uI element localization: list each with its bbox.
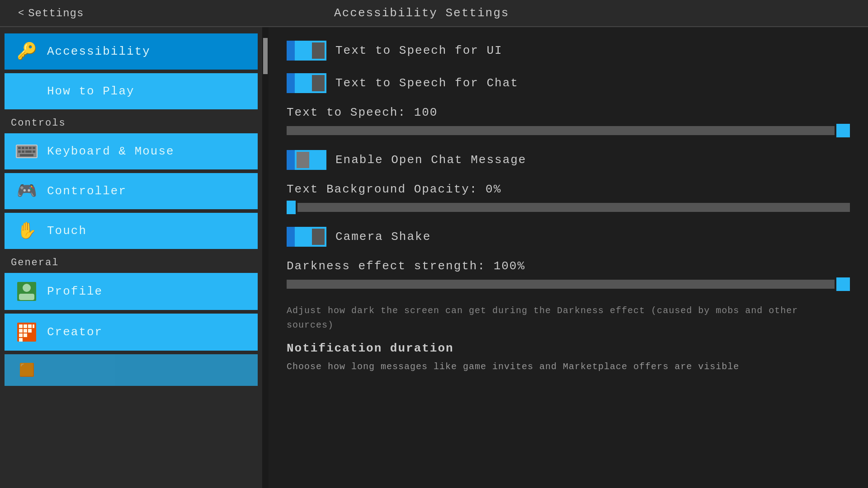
svg-rect-17 bbox=[28, 324, 32, 328]
sidebar-item-accessibility-label: Accessibility bbox=[47, 45, 151, 58]
sidebar-item-keyboard-mouse[interactable]: Keyboard & Mouse bbox=[5, 133, 258, 169]
gamepad-icon: 🎮 bbox=[15, 181, 38, 201]
creator-icon bbox=[15, 322, 38, 343]
darkness-slider-handle[interactable] bbox=[836, 277, 850, 291]
sidebar-item-extra[interactable]: 🟧 bbox=[5, 354, 258, 386]
opacity-slider-label: Text Background Opacity: 0% bbox=[287, 183, 850, 196]
setting-tts-ui: Text to Speech for UI bbox=[287, 41, 850, 61]
svg-rect-2 bbox=[22, 147, 24, 149]
svg-rect-13 bbox=[19, 294, 34, 300]
darkness-slider-row: Darkness effect strength: 100% bbox=[287, 259, 850, 291]
sidebar-item-touch[interactable]: ✋ Touch bbox=[5, 213, 258, 249]
toggle-open-chat[interactable] bbox=[287, 150, 326, 170]
sidebar-item-profile[interactable]: Profile bbox=[5, 273, 258, 310]
extra-icon: 🟧 bbox=[15, 362, 38, 378]
toggle-cam-body bbox=[295, 227, 326, 247]
darkness-slider-label: Darkness effect strength: 100% bbox=[287, 259, 850, 273]
setting-tts-chat: Text to Speech for Chat bbox=[287, 73, 850, 93]
svg-rect-3 bbox=[25, 147, 28, 149]
toggle-tts-chat[interactable] bbox=[287, 73, 326, 93]
sidebar-item-how-to-play-label: How to Play bbox=[47, 84, 135, 98]
svg-rect-20 bbox=[24, 329, 27, 333]
tts-slider-row: Text to Speech: 100 bbox=[287, 106, 850, 137]
toggle-body bbox=[295, 41, 326, 61]
hand-icon: ✋ bbox=[15, 221, 38, 241]
toggle-open-chat-knob bbox=[297, 152, 309, 168]
sidebar-item-touch-label: Touch bbox=[47, 224, 87, 238]
page-title: Accessibility Settings bbox=[334, 6, 509, 20]
toggle-left-bar bbox=[287, 41, 295, 61]
opacity-slider-row: Text Background Opacity: 0% bbox=[287, 183, 850, 214]
svg-rect-15 bbox=[19, 324, 23, 328]
sidebar-item-controller-label: Controller bbox=[47, 184, 127, 198]
content-area: Text to Speech for UI Text to Speech for… bbox=[269, 27, 868, 488]
main-content: 🔑 Accessibility ? How to Play Controls bbox=[0, 27, 868, 488]
profile-icon bbox=[15, 281, 38, 302]
open-chat-label: Enable Open Chat Message bbox=[335, 153, 526, 167]
toggle-body-2 bbox=[295, 73, 326, 93]
sidebar-item-accessibility[interactable]: 🔑 Accessibility bbox=[5, 33, 258, 70]
camera-shake-label: Camera Shake bbox=[335, 230, 431, 244]
toggle-cam-left bbox=[287, 227, 295, 247]
toggle-tts-ui[interactable] bbox=[287, 41, 326, 61]
controls-section-header: Controls bbox=[0, 111, 262, 131]
tts-chat-label: Text to Speech for Chat bbox=[335, 76, 519, 90]
sidebar: 🔑 Accessibility ? How to Play Controls bbox=[0, 27, 262, 488]
svg-rect-5 bbox=[33, 147, 35, 149]
toggle-left-bar-2 bbox=[287, 73, 295, 93]
svg-rect-4 bbox=[29, 147, 32, 149]
sidebar-item-how-to-play[interactable]: ? How to Play bbox=[5, 73, 258, 109]
sidebar-item-creator[interactable]: Creator bbox=[5, 314, 258, 351]
svg-rect-1 bbox=[18, 147, 21, 149]
sidebar-item-profile-label: Profile bbox=[47, 285, 103, 298]
general-section-header: General bbox=[0, 251, 262, 271]
svg-rect-19 bbox=[19, 329, 23, 333]
back-label: Settings bbox=[28, 7, 84, 19]
svg-rect-21 bbox=[28, 329, 32, 333]
svg-rect-8 bbox=[25, 150, 32, 153]
toggle-open-chat-left bbox=[287, 150, 295, 170]
svg-rect-22 bbox=[19, 333, 23, 337]
tts-slider-track bbox=[287, 126, 835, 135]
darkness-description: Adjust how dark the screen can get durin… bbox=[287, 304, 850, 333]
setting-camera-shake: Camera Shake bbox=[287, 227, 850, 247]
tts-ui-label: Text to Speech for UI bbox=[335, 44, 503, 57]
notification-duration-title: Notification duration bbox=[287, 342, 850, 355]
tts-slider-handle[interactable] bbox=[836, 124, 850, 137]
toggle-open-chat-body bbox=[295, 150, 326, 170]
toggle-camera-shake[interactable] bbox=[287, 227, 326, 247]
sidebar-item-keyboard-mouse-label: Keyboard & Mouse bbox=[47, 145, 175, 158]
tts-slider-label: Text to Speech: 100 bbox=[287, 106, 850, 119]
opacity-slider[interactable] bbox=[287, 201, 850, 214]
back-chevron-icon: < bbox=[18, 8, 24, 19]
scroll-thumb[interactable] bbox=[263, 38, 268, 74]
sidebar-item-controller[interactable]: 🎮 Controller bbox=[5, 173, 258, 209]
sidebar-item-creator-label: Creator bbox=[47, 325, 103, 339]
keyboard-icon bbox=[15, 145, 38, 158]
svg-rect-24 bbox=[19, 338, 23, 342]
toggle-knob-2 bbox=[312, 75, 325, 91]
opacity-slider-handle-left[interactable] bbox=[287, 201, 296, 214]
svg-rect-6 bbox=[18, 150, 21, 153]
svg-rect-18 bbox=[33, 324, 34, 328]
opacity-slider-track bbox=[297, 203, 850, 212]
notification-duration-description: Choose how long messages like game invit… bbox=[287, 360, 850, 374]
setting-open-chat: Enable Open Chat Message bbox=[287, 150, 850, 170]
tts-slider[interactable] bbox=[287, 124, 850, 137]
darkness-slider[interactable] bbox=[287, 277, 850, 291]
svg-rect-16 bbox=[24, 324, 27, 328]
toggle-knob bbox=[312, 42, 325, 59]
back-button[interactable]: < Settings bbox=[18, 7, 84, 19]
svg-rect-12 bbox=[23, 284, 31, 292]
svg-rect-23 bbox=[24, 333, 27, 337]
key-icon: 🔑 bbox=[15, 42, 38, 61]
svg-rect-9 bbox=[33, 150, 35, 153]
darkness-slider-track bbox=[287, 280, 835, 289]
svg-rect-10 bbox=[20, 154, 33, 156]
svg-rect-7 bbox=[22, 150, 24, 153]
header: < Settings Accessibility Settings bbox=[0, 0, 868, 27]
question-icon: ? bbox=[15, 82, 38, 101]
sidebar-scrollbar[interactable] bbox=[262, 27, 269, 488]
toggle-cam-knob bbox=[312, 229, 325, 245]
